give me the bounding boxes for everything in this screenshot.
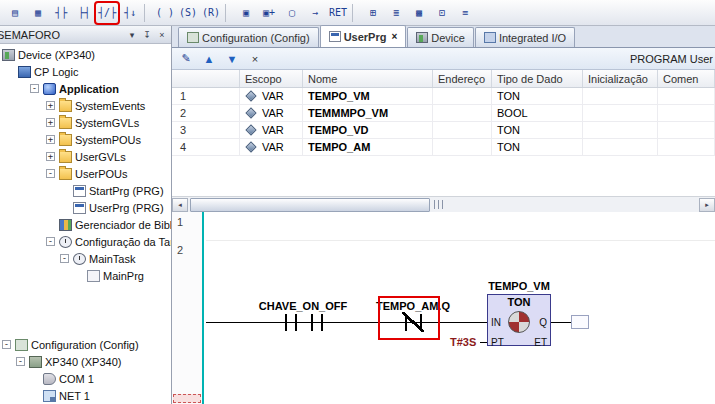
scrollbar-thumb[interactable] <box>190 198 430 212</box>
splitter-grip[interactable] <box>442 200 443 209</box>
init-cell[interactable] <box>583 139 658 155</box>
tree-item-gerenciador-de-bibliot[interactable]: Gerenciador de Bibliot <box>0 216 171 233</box>
horizontal-scrollbar[interactable]: ◂ ▸ <box>172 196 715 212</box>
address-cell[interactable] <box>433 105 492 121</box>
init-cell[interactable] <box>583 122 658 138</box>
insert-network-icon[interactable]: ▤ <box>4 3 26 23</box>
contact-bar[interactable] <box>285 314 287 331</box>
name-cell[interactable]: TEMPO_VM <box>303 88 433 104</box>
delete-icon[interactable]: × <box>245 50 265 68</box>
contact-chave-on-off-label[interactable]: CHAVE_ON_OFF <box>255 300 351 312</box>
tree-item-com-1[interactable]: COM 1 <box>0 370 171 387</box>
splitter-grip[interactable] <box>434 200 435 209</box>
tree-item-mainprg[interactable]: MainPrg <box>0 267 171 284</box>
address-cell[interactable] <box>433 139 492 155</box>
tab-configuration[interactable]: Configuration (Config) <box>178 27 319 47</box>
expander-icon[interactable]: + <box>46 152 55 161</box>
edit-declaration-icon[interactable]: ✎ <box>176 50 196 68</box>
header-nome[interactable]: Nome <box>303 70 433 87</box>
tree-item-xp340-xp340[interactable]: -XP340 (XP340) <box>0 353 171 370</box>
name-cell[interactable]: TEMMMPO_VM <box>303 105 433 121</box>
insert-input-icon[interactable]: ⊞ <box>362 3 384 23</box>
insert-empty-box-icon[interactable]: ▢ <box>281 3 303 23</box>
pt-time-literal[interactable]: T#3S <box>450 336 480 348</box>
contact-bar[interactable] <box>321 314 323 331</box>
pin-icon[interactable]: ↧ <box>140 28 154 42</box>
comment-cell[interactable] <box>658 88 715 104</box>
comment-cell[interactable] <box>658 105 715 121</box>
scroll-left-button[interactable]: ◂ <box>172 198 188 212</box>
network-1-number[interactable]: 1 <box>177 216 183 228</box>
comment-cell[interactable] <box>658 122 715 138</box>
edit-worksheet-icon[interactable]: ▩ <box>408 3 430 23</box>
ladder-editor[interactable]: 1 2 CHAVE_ON_OFF TEMPO_AM.Q TEMPO_VM TON… <box>172 212 715 404</box>
expander-icon[interactable]: + <box>46 135 55 144</box>
scope-cell[interactable]: VAR <box>240 139 303 155</box>
tree-item-systemgvls[interactable]: +SystemGVLs <box>0 114 171 131</box>
tree-item-cp-logic[interactable]: CP Logic <box>0 63 171 80</box>
declaration-row[interactable]: 3VARTEMPO_VDTON <box>172 122 715 139</box>
tree-item-application[interactable]: -Application <box>0 80 171 97</box>
options-icon[interactable]: ≡ <box>454 3 476 23</box>
contact-bar[interactable] <box>295 314 297 331</box>
header-escopo[interactable]: Escopo <box>240 70 303 87</box>
tree-item-net-1[interactable]: NET 1 <box>0 387 171 404</box>
contact-bar[interactable] <box>311 314 313 331</box>
move-up-icon[interactable]: ▲ <box>199 50 219 68</box>
expander-icon[interactable]: + <box>46 118 55 127</box>
scope-cell[interactable]: VAR <box>240 88 303 104</box>
insert-set-coil-icon[interactable]: (S) <box>177 3 199 23</box>
scope-cell[interactable]: VAR <box>240 122 303 138</box>
expander-icon[interactable]: - <box>46 169 55 178</box>
comment-cell[interactable] <box>658 139 715 155</box>
header-comentario[interactable]: Comen <box>658 70 715 87</box>
declaration-row[interactable]: 2VARTEMMMPO_VMBOOL <box>172 105 715 122</box>
splitter-grip[interactable] <box>438 200 439 209</box>
expander-icon[interactable]: - <box>2 340 11 349</box>
address-cell[interactable] <box>433 88 492 104</box>
tree-item-usergvls[interactable]: +UserGVLs <box>0 148 171 165</box>
insert-coil-icon[interactable]: ( ) <box>154 3 176 23</box>
insert-box-with-en-icon[interactable]: ▣+ <box>258 3 280 23</box>
init-cell[interactable] <box>583 105 658 121</box>
tree-item-systemevents[interactable]: +SystemEvents <box>0 97 171 114</box>
insert-return-icon[interactable]: RET <box>327 3 349 23</box>
header-endereco[interactable]: Endereço <box>433 70 492 87</box>
name-cell[interactable]: TEMPO_VD <box>303 122 433 138</box>
insert-box-icon[interactable]: ▣ <box>235 3 257 23</box>
insert-parallel-contact-icon[interactable]: ┤↓ <box>119 3 141 23</box>
address-cell[interactable] <box>433 122 492 138</box>
output-operand-box[interactable] <box>571 315 589 329</box>
tree-item-userprg-prg[interactable]: UserPrg (PRG) <box>0 199 171 216</box>
header-tipo-de-dado[interactable]: Tipo de Dado <box>492 70 583 87</box>
insert-negated-contact-icon[interactable]: ┤/├ <box>96 3 118 23</box>
tree-item-configura-o-da-tare[interactable]: -Configuração da Tare <box>0 233 171 250</box>
ton-function-block[interactable]: TON IN PT Q ET <box>487 294 551 346</box>
tab-userprg[interactable]: UserPrg × <box>320 25 407 47</box>
tree-item-systempous[interactable]: +SystemPOUs <box>0 131 171 148</box>
network-2-number[interactable]: 2 <box>177 244 183 256</box>
scope-cell[interactable]: VAR <box>240 105 303 121</box>
tree-item-startprg-prg[interactable]: StartPrg (PRG) <box>0 182 171 199</box>
expander-icon[interactable]: - <box>46 237 55 246</box>
scale-icon[interactable]: ⊡ <box>431 3 453 23</box>
expander-icon[interactable]: - <box>30 84 39 93</box>
init-cell[interactable] <box>583 88 658 104</box>
scroll-right-button[interactable]: ▸ <box>699 198 715 212</box>
tree-item-device-xp340[interactable]: Device (XP340) <box>0 46 171 63</box>
tree-item-userpous[interactable]: -UserPOUs <box>0 165 171 182</box>
insert-contact-icon[interactable]: ┤├ <box>50 3 72 23</box>
ton-instance-label[interactable]: TEMPO_VM <box>475 280 563 292</box>
insert-network-below-icon[interactable]: ▦ <box>27 3 49 23</box>
close-tab-icon[interactable]: × <box>391 31 397 42</box>
declaration-editor[interactable]: Escopo Nome Endereço Tipo de Dado Inicia… <box>172 70 715 196</box>
type-cell[interactable]: BOOL <box>492 105 583 121</box>
move-down-icon[interactable]: ▼ <box>222 50 242 68</box>
expander-icon[interactable]: - <box>16 357 25 366</box>
window-menu-icon[interactable]: ▾ <box>125 28 139 42</box>
insert-contact-right-icon[interactable]: ├┤ <box>73 3 95 23</box>
expander-icon[interactable]: + <box>46 101 55 110</box>
expander-icon[interactable]: - <box>60 254 69 263</box>
type-cell[interactable]: TON <box>492 122 583 138</box>
name-cell[interactable]: TEMPO_AM <box>303 139 433 155</box>
